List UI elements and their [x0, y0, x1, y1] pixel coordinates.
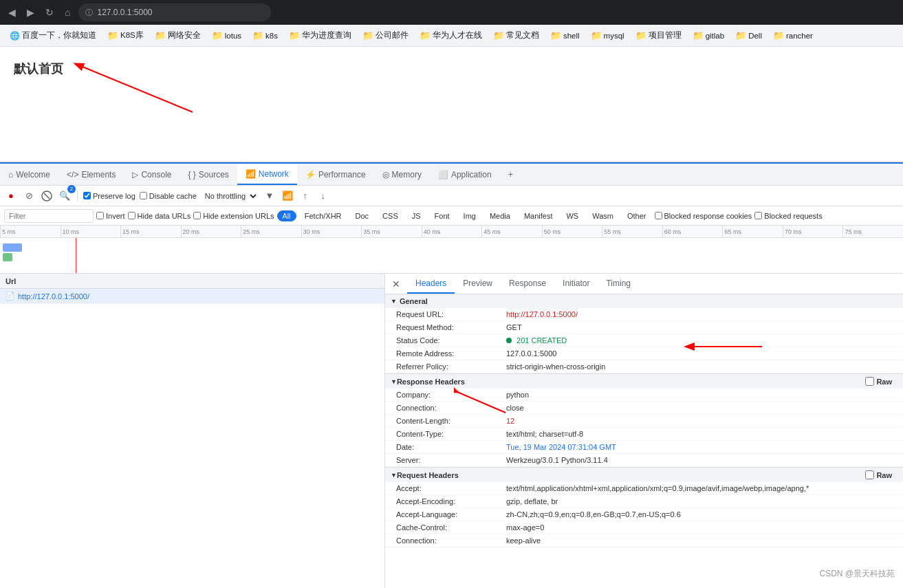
- tick-55ms: 55 ms: [602, 226, 662, 237]
- back-button[interactable]: ◀: [6, 4, 19, 21]
- baidu-icon: 🌐: [10, 31, 20, 41]
- bookmark-mysql[interactable]: 📁 mysql: [587, 29, 629, 42]
- preserve-log-text: Preserve log: [93, 192, 135, 200]
- tick-10ms: 10 ms: [61, 226, 121, 237]
- chip-img[interactable]: Img: [458, 210, 481, 221]
- address-icon: ⓘ: [85, 8, 93, 18]
- bookmark-k8s2[interactable]: 📁 k8s: [248, 29, 282, 42]
- throttle-select[interactable]: No throttling: [201, 191, 259, 201]
- bookmark-baidu[interactable]: 🌐 百度一下，你就知道: [6, 29, 100, 42]
- chip-manifest[interactable]: Manifest: [519, 210, 558, 221]
- application-icon: ⬜: [438, 170, 448, 179]
- hide-ext-checkbox[interactable]: [193, 212, 201, 219]
- tick-70ms: 70 ms: [783, 226, 843, 237]
- general-section-header[interactable]: ▼ General: [385, 294, 903, 308]
- page-title: 默认首页: [14, 62, 63, 76]
- tab-sources[interactable]: { } Sources: [179, 164, 237, 185]
- tab-elements[interactable]: </> Elements: [58, 164, 124, 185]
- tab-network[interactable]: 📶 Network: [237, 164, 297, 185]
- bookmark-label: lotus: [225, 32, 241, 40]
- request-headers-section[interactable]: ▼ Request Headers Raw: [385, 467, 903, 482]
- tab-application[interactable]: ⬜ Application: [430, 164, 500, 185]
- disable-cache-text: Disable cache: [149, 192, 197, 200]
- raw-checkbox-resp[interactable]: Raw: [865, 377, 892, 386]
- hide-data-checkbox[interactable]: [128, 212, 135, 219]
- clear-button[interactable]: [40, 189, 54, 203]
- bookmark-dell[interactable]: 📁 Dell: [731, 29, 766, 42]
- prop-key-content-type: Content-Type:: [396, 430, 506, 438]
- refresh-button[interactable]: ↻: [43, 4, 56, 21]
- bookmark-project[interactable]: 📁 项目管理: [631, 29, 686, 42]
- details-tab-initiator[interactable]: Initiator: [554, 274, 598, 294]
- raw-resp-input[interactable]: [865, 377, 874, 386]
- address-bar[interactable]: ⓘ 127.0.0.1:5000: [78, 3, 271, 21]
- bookmark-label: Dell: [748, 32, 762, 40]
- address-text: 127.0.0.1:5000: [97, 8, 152, 17]
- bookmark-label: 项目管理: [649, 30, 682, 41]
- tab-welcome[interactable]: ⌂ Welcome: [0, 164, 58, 185]
- svg-line-4: [457, 392, 505, 413]
- raw-checkbox-req[interactable]: Raw: [865, 470, 892, 479]
- chip-js[interactable]: JS: [406, 210, 426, 221]
- folder-icon: 📁: [493, 30, 504, 41]
- stop-button[interactable]: ⊘: [22, 189, 36, 203]
- req-list-body[interactable]: 📄 http://127.0.0.1:5000/: [0, 289, 384, 588]
- bookmark-docs[interactable]: 📁 常见文档: [489, 29, 543, 42]
- preserve-log-checkbox[interactable]: [83, 192, 91, 199]
- general-section-title: General: [400, 297, 428, 305]
- bookmark-mail[interactable]: 📁 公司邮件: [358, 29, 413, 42]
- bookmark-rancher[interactable]: 📁 rancher: [769, 29, 817, 42]
- bookmark-lotus[interactable]: 📁 lotus: [208, 29, 246, 42]
- bookmark-talent[interactable]: 📁 华为人才在线: [415, 29, 486, 42]
- blocked-requests-label[interactable]: Blocked requests: [754, 212, 822, 220]
- chip-font[interactable]: Font: [429, 210, 455, 221]
- details-tab-preview[interactable]: Preview: [455, 274, 501, 294]
- details-tab-response[interactable]: Response: [501, 274, 554, 294]
- chip-all[interactable]: All: [277, 210, 296, 221]
- home-button[interactable]: ⌂: [62, 4, 73, 21]
- download-btn[interactable]: ↓: [316, 189, 330, 203]
- blocked-cookies-checkbox[interactable]: [655, 212, 662, 219]
- chip-media[interactable]: Media: [484, 210, 516, 221]
- blocked-cookies-label[interactable]: Blocked response cookies: [655, 212, 752, 220]
- hide-data-label[interactable]: Hide data URLs: [128, 212, 191, 220]
- prop-val-company: python: [506, 391, 892, 399]
- upload-btn[interactable]: ↑: [298, 189, 312, 203]
- chip-other[interactable]: Other: [622, 210, 652, 221]
- tab-memory[interactable]: ◎ Memory: [374, 164, 430, 185]
- tab-performance[interactable]: ⚡ Performance: [297, 164, 374, 185]
- disable-cache-checkbox[interactable]: [140, 192, 147, 199]
- raw-req-input[interactable]: [865, 470, 874, 479]
- sources-icon: { }: [188, 170, 195, 179]
- tick-30ms: 30 ms: [301, 226, 362, 237]
- details-tab-timing[interactable]: Timing: [598, 274, 639, 294]
- preserve-log-label[interactable]: Preserve log: [83, 192, 135, 200]
- throttle-dropdown-btn[interactable]: ▼: [263, 189, 276, 203]
- tab-console[interactable]: ▷ Console: [124, 164, 179, 185]
- req-row-0[interactable]: 📄 http://127.0.0.1:5000/: [0, 289, 384, 304]
- record-button[interactable]: ●: [4, 189, 18, 203]
- filter-input[interactable]: [4, 209, 94, 223]
- disable-cache-label[interactable]: Disable cache: [140, 192, 197, 200]
- bookmark-gitlab[interactable]: 📁 gitlab: [688, 29, 729, 42]
- bookmark-k8s[interactable]: 📁 K8S库: [103, 29, 148, 42]
- network-conditions-btn[interactable]: 📶: [281, 189, 294, 203]
- chip-wasm[interactable]: Wasm: [587, 210, 619, 221]
- blocked-cookies-text: Blocked response cookies: [664, 212, 752, 220]
- annotation-arrow-1: [69, 57, 206, 126]
- bookmark-security[interactable]: 📁 网络安全: [151, 29, 205, 42]
- chip-css[interactable]: CSS: [377, 210, 404, 221]
- blocked-requests-checkbox[interactable]: [754, 212, 762, 219]
- forward-button[interactable]: ▶: [24, 4, 37, 21]
- invert-label[interactable]: Invert: [96, 212, 125, 220]
- hide-ext-label[interactable]: Hide extension URLs: [193, 212, 274, 220]
- chip-doc[interactable]: Doc: [350, 210, 375, 221]
- tab-add[interactable]: +: [500, 164, 521, 185]
- details-close-button[interactable]: ✕: [388, 276, 404, 292]
- bookmark-huawei[interactable]: 📁 华为进度查询: [285, 29, 356, 42]
- chip-ws[interactable]: WS: [561, 210, 584, 221]
- invert-checkbox[interactable]: [96, 212, 104, 219]
- chip-fetch[interactable]: Fetch/XHR: [299, 210, 347, 221]
- bookmark-shell[interactable]: 📁 shell: [546, 29, 584, 42]
- details-tab-headers[interactable]: Headers: [407, 274, 455, 294]
